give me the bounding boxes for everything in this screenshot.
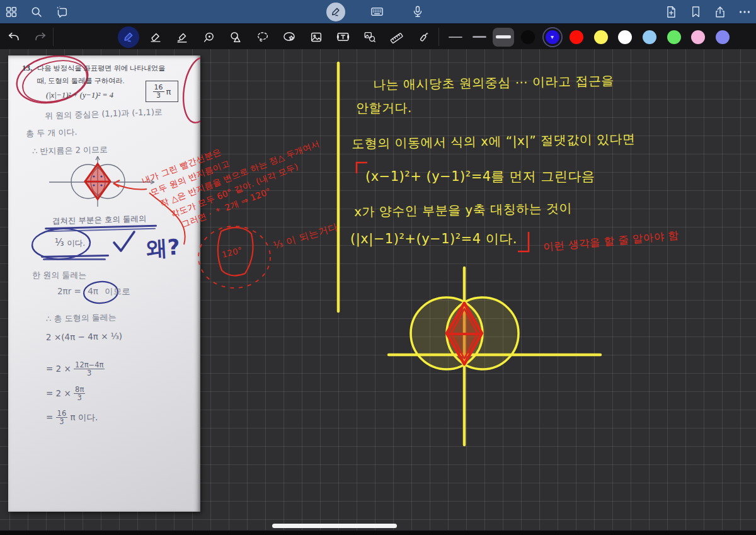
text-tool[interactable]	[331, 26, 354, 49]
color-swatch-green[interactable]	[667, 30, 681, 44]
circumference-line: 한 원의 둘레는	[32, 270, 86, 281]
color-swatch-white[interactable]	[618, 30, 632, 44]
stroke-medium-button[interactable]	[469, 28, 490, 47]
problem-text-line2: 때, 도형의 둘레를 구하여라.	[37, 76, 124, 86]
sticker-tool[interactable]	[278, 26, 301, 49]
total-line: ∴ 총 도형의 둘레는	[46, 312, 117, 325]
stroke-thick-button[interactable]	[493, 28, 514, 47]
laser-pointer-tool[interactable]	[412, 26, 435, 49]
note-canvas[interactable]: 13. 다음 방정식을 좌표평면 위에 나타내었을 때, 도형의 둘레를 구하여…	[0, 49, 756, 535]
answer-denominator: 3	[156, 92, 161, 100]
drawing-toolbar: ▾	[0, 23, 756, 49]
sparkle-chat-icon[interactable]	[50, 1, 73, 23]
color-swatch-periwinkle[interactable]	[716, 30, 730, 44]
bottom-edge-strip	[0, 530, 756, 535]
stroke-thin-button[interactable]	[445, 28, 466, 47]
redo-button[interactable]	[29, 26, 52, 49]
circumference-formula: 2πr = 4π 이므로	[57, 286, 130, 297]
yellow-note-5: x가 양수인 부분을 y축 대칭하는 것이	[354, 200, 572, 221]
eraser-tool[interactable]	[144, 26, 167, 49]
yellow-note-4: (x−1)²+ (y−1)²=4를 먼저 그린다음	[365, 168, 595, 185]
undo-button[interactable]	[3, 26, 25, 49]
pencil-line-2: 총 두 개 이다.	[26, 127, 77, 140]
pencil-line-3: ∴ 반지름은 2 이므로	[32, 144, 108, 157]
horizontal-scrollbar[interactable]	[272, 524, 397, 528]
top-navigation-bar	[0, 0, 756, 23]
color-swatch-sky-blue[interactable]	[643, 30, 656, 44]
more-icon[interactable]	[733, 1, 756, 23]
paper-ink-strokes	[8, 55, 200, 512]
problem-formula: (|x|−1)² + (y−1)² = 4	[46, 91, 113, 100]
sector-note: ⅓ 이 되는거다	[272, 221, 340, 253]
calc-line-1: 2 ×(4π − 4π × ⅓)	[46, 331, 122, 342]
color-swatch-red[interactable]	[570, 30, 583, 44]
photo-search-tool[interactable]	[358, 26, 381, 49]
pen-tool[interactable]	[117, 26, 140, 49]
add-page-icon[interactable]	[660, 1, 682, 23]
blue-underline-4	[43, 258, 106, 260]
topbar-right-group	[660, 0, 756, 23]
yellow-note-2: 안할거다.	[356, 100, 412, 117]
answer-pi: π	[166, 87, 171, 96]
yellow-note-6: (|x|−1)²+(y−1)²=4 이다.	[350, 230, 517, 248]
loupe-tool[interactable]	[198, 26, 220, 49]
yellow-note-1: 나는 애시당초 원의중심 ⋯ 이라고 접근을	[373, 72, 614, 94]
answer-numerator: 16	[153, 84, 164, 92]
shapes-tool[interactable]	[224, 26, 247, 49]
toolbar-divider-2	[438, 28, 439, 46]
topbar-center-group	[324, 0, 429, 23]
share-icon[interactable]	[709, 1, 731, 23]
image-tool[interactable]	[305, 26, 328, 49]
problem-number: 13.	[22, 63, 32, 73]
one-third-label: ⅓ 이다.	[55, 237, 85, 249]
chevron-down-icon: ▾	[546, 30, 559, 44]
sector-angle-label: 120°	[221, 245, 244, 260]
keyboard-icon[interactable]	[365, 1, 388, 23]
answer-box: 163 π	[146, 81, 178, 102]
pen-tool-selected-icon	[118, 26, 139, 48]
toolbar-divider	[53, 28, 54, 46]
apps-grid-icon[interactable]	[0, 1, 23, 23]
problem-text-line1: 다음 방정식을 좌표평면 위에 나타내었을	[37, 64, 165, 73]
microphone-icon[interactable]	[406, 1, 429, 23]
lasso-tool[interactable]	[251, 26, 274, 49]
ruler-tool[interactable]	[385, 26, 408, 49]
calc-line-4: = 163 π 이다.	[46, 410, 98, 425]
topbar-left-group	[0, 0, 73, 23]
why-question: 왜?	[146, 233, 181, 264]
calc-line-2: = 2 × 12π−4π3	[46, 361, 105, 377]
color-swatch-yellow[interactable]	[594, 30, 608, 44]
yellow-note-3: 도형의 이동에서 식의 x에 “|x|” 절댓값이 있다면	[352, 130, 636, 152]
color-swatch-pink[interactable]	[691, 30, 705, 44]
worksheet-photo[interactable]: 13. 다음 방정식을 좌표평면 위에 나타내었을 때, 도형의 둘레를 구하여…	[8, 55, 200, 512]
pen-mode-icon	[326, 3, 345, 21]
notes-app-window: ▾	[0, 0, 756, 535]
color-swatch-blue-selected[interactable]: ▾	[546, 30, 559, 44]
calc-line-3: = 2 × 8π3	[46, 386, 85, 401]
highlighter-tool[interactable]	[171, 26, 193, 49]
search-icon[interactable]	[25, 1, 48, 23]
pen-mode-button[interactable]	[324, 1, 347, 23]
color-swatch-black[interactable]	[521, 30, 535, 44]
red-inline-note: 이런 생각을 할 줄 알아야 함	[542, 229, 679, 255]
bookmark-icon[interactable]	[684, 1, 707, 23]
